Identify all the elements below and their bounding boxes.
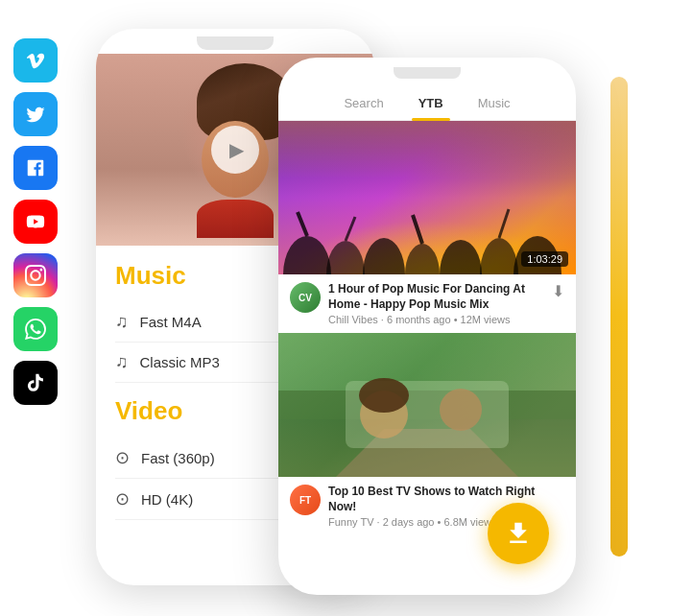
- video-thumbnail-1: 1:03:29: [278, 121, 576, 274]
- format-label-mp3: Classic MP3: [140, 354, 220, 370]
- svg-line-9: [413, 215, 422, 244]
- format-label-m4a: Fast M4A: [140, 314, 202, 330]
- svg-line-10: [499, 209, 509, 238]
- download-fab-button[interactable]: [488, 503, 549, 564]
- svg-point-16: [440, 389, 482, 431]
- format-label-360p: Fast (360p): [141, 450, 215, 466]
- social-icons-list: [13, 38, 58, 405]
- whatsapp-icon[interactable]: [13, 307, 58, 351]
- music-icon-1: ♫: [115, 312, 129, 332]
- video-card-1[interactable]: 1:03:29 CV 1 Hour of Pop Music For Danci…: [278, 121, 576, 333]
- tab-music[interactable]: Music: [461, 90, 528, 116]
- phone1-notch: [197, 36, 274, 50]
- phone2: Search YTB Music: [278, 58, 576, 595]
- phone2-top-bar: [278, 58, 576, 83]
- svg-point-17: [359, 378, 409, 413]
- svg-point-3: [405, 244, 440, 274]
- format-label-4k: HD (4K): [141, 491, 193, 508]
- tiktok-icon[interactable]: [13, 361, 58, 405]
- video-meta-1: 1 Hour of Pop Music For Dancing At Home …: [328, 282, 544, 325]
- tab-ytb[interactable]: YTB: [401, 90, 461, 116]
- instagram-icon[interactable]: [13, 253, 58, 297]
- phone2-tabs: Search YTB Music: [278, 83, 576, 121]
- svg-point-2: [363, 238, 405, 274]
- video-sub-1: Chill Vibes · 6 months ago • 12M views: [328, 314, 544, 325]
- channel-avatar-1: CV: [290, 282, 321, 313]
- twitter-icon[interactable]: [13, 92, 58, 136]
- video-icon-1: ⊙: [115, 447, 130, 468]
- music-icon-2: ♫: [115, 352, 129, 372]
- video-icon-2: ⊙: [115, 488, 130, 509]
- facebook-icon[interactable]: [13, 146, 58, 190]
- video-info-1: CV 1 Hour of Pop Music For Dancing At Ho…: [278, 274, 576, 333]
- vimeo-icon[interactable]: [13, 38, 58, 83]
- youtube-icon[interactable]: [13, 200, 58, 244]
- scene: ▶ Music ♫ Fast M4A ♫ Classic MP3 Video ⊙…: [0, 0, 693, 616]
- download-icon-small-1[interactable]: ⬇: [552, 282, 564, 300]
- svg-point-0: [283, 236, 331, 274]
- svg-line-7: [298, 212, 307, 236]
- gold-bar-decoration: [610, 77, 628, 557]
- play-button[interactable]: ▶: [211, 126, 259, 174]
- svg-point-5: [480, 238, 518, 274]
- phone1-top-bar: [96, 29, 374, 54]
- svg-point-1: [326, 241, 365, 274]
- tab-search[interactable]: Search: [326, 90, 400, 116]
- video-title-1: 1 Hour of Pop Music For Dancing At Home …: [328, 282, 544, 312]
- video-thumbnail-2: [278, 333, 576, 477]
- svg-point-4: [440, 240, 482, 274]
- phone2-notch: [394, 67, 461, 79]
- svg-line-8: [346, 217, 355, 241]
- channel-avatar-2: FT: [290, 485, 321, 515]
- video-duration-1: 1:03:29: [521, 251, 568, 267]
